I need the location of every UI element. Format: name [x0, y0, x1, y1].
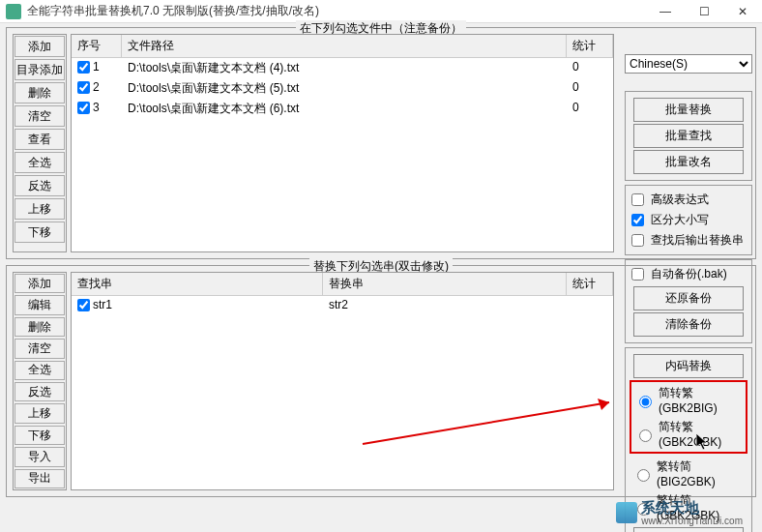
auto-backup-check[interactable]: 自动备份(.bak) — [630, 264, 747, 284]
select-all-strings-button[interactable]: 全选 — [15, 361, 65, 380]
move-down-button[interactable]: 下移 — [15, 222, 65, 243]
option-check-1[interactable]: 区分大小写 — [630, 210, 747, 230]
watermark: 系统天地 www.XiTongTianDi.com — [616, 500, 743, 527]
app-icon — [6, 4, 21, 19]
col-replace[interactable]: 替换串 — [323, 273, 567, 295]
option-check-2[interactable]: 查找后输出替换串 — [630, 230, 747, 251]
invert-button[interactable]: 反选 — [15, 175, 65, 196]
move-down-string-button[interactable]: 下移 — [15, 426, 65, 445]
strings-table: 查找串 替换串 统计 str1str2 — [71, 272, 614, 490]
file-path: D:\tools\桌面\新建文本文档 (4).txt — [122, 58, 567, 78]
restore-backup-button[interactable]: 还原备份 — [633, 286, 744, 310]
right-panel: Chinese(S) 批量替换 批量查找 批量改名 高级表达式区分大小写查找后输… — [625, 54, 752, 532]
option-check-0[interactable]: 高级表达式 — [630, 190, 747, 210]
col-stat[interactable]: 统计 — [567, 35, 613, 57]
encoding-radio[interactable]: 简转繁(GBK2GBK) — [632, 417, 745, 451]
edit-string-button[interactable]: 编辑 — [15, 295, 65, 314]
replace-value: str2 — [323, 296, 567, 313]
invert-strings-button[interactable]: 反选 — [15, 382, 65, 401]
clear-backup-button[interactable]: 清除备份 — [633, 312, 744, 337]
simplified-to-traditional-group: 简转繁(GBK2BIG)简转繁(GBK2GBK) — [630, 380, 747, 454]
file-stat: 0 — [567, 78, 613, 99]
add-string-button[interactable]: 添加 — [15, 274, 65, 293]
row-checkbox[interactable] — [77, 61, 90, 74]
batch-find-button[interactable]: 批量查找 — [633, 124, 744, 148]
files-table: 序号 文件路径 统计 1D:\tools\桌面\新建文本文档 (4).txt02… — [71, 34, 614, 252]
string-stat — [567, 296, 613, 313]
strings-side-buttons: 添加 编辑 删除 清空 全选 反选 上移 下移 导入 导出 — [13, 272, 67, 490]
watermark-icon — [616, 502, 637, 523]
table-row[interactable]: 2D:\tools\桌面\新建文本文档 (5).txt0 — [72, 78, 613, 99]
clear-strings-button[interactable]: 清空 — [15, 339, 65, 358]
watermark-name: 系统天地 — [641, 500, 743, 517]
row-checkbox[interactable] — [77, 299, 90, 311]
files-side-buttons: 添加 目录添加 删除 清空 查看 全选 反选 上移 下移 — [13, 34, 67, 252]
table-row[interactable]: 1D:\tools\桌面\新建文本文档 (4).txt0 — [72, 58, 613, 78]
close-button[interactable]: ✕ — [723, 0, 762, 23]
file-path: D:\tools\桌面\新建文本文档 (6).txt — [122, 99, 567, 119]
col-find[interactable]: 查找串 — [72, 273, 323, 295]
add-button[interactable]: 添加 — [15, 36, 65, 57]
table-row[interactable]: str1str2 — [72, 296, 613, 313]
col-path[interactable]: 文件路径 — [122, 35, 567, 57]
code-convert-button[interactable]: 内码替换 — [633, 354, 744, 378]
select-all-button[interactable]: 全选 — [15, 152, 65, 173]
table-row[interactable]: 3D:\tools\桌面\新建文本文档 (6).txt0 — [72, 99, 613, 119]
clear-button[interactable]: 清空 — [15, 105, 65, 127]
col-stat2[interactable]: 统计 — [567, 273, 613, 295]
row-checkbox[interactable] — [77, 102, 90, 114]
add-dir-button[interactable]: 目录添加 — [15, 59, 65, 80]
move-up-string-button[interactable]: 上移 — [15, 403, 65, 423]
batch-rename-button[interactable]: 批量改名 — [633, 150, 744, 174]
encoding-radio[interactable]: 繁转简(BIG2GBK) — [630, 457, 747, 490]
file-path: D:\tools\桌面\新建文本文档 (5).txt — [122, 78, 567, 99]
import-button[interactable]: 导入 — [15, 447, 65, 466]
delete-string-button[interactable]: 删除 — [15, 317, 65, 337]
export-button[interactable]: 导出 — [15, 469, 65, 488]
batch-replace-button[interactable]: 批量替换 — [633, 98, 744, 122]
encoding-radio[interactable]: 简转繁(GBK2BIG) — [632, 383, 745, 417]
window-title: 全能字符串批量替换机7.0 无限制版(替换/查找/抽取/改名) — [27, 3, 646, 19]
col-seq[interactable]: 序号 — [72, 35, 122, 57]
file-stat: 0 — [567, 58, 613, 78]
encoding-select[interactable]: Chinese(S) — [625, 54, 752, 74]
maximize-button[interactable]: ☐ — [685, 0, 723, 23]
view-button[interactable]: 查看 — [15, 129, 65, 150]
watermark-url: www.XiTongTianDi.com — [641, 516, 743, 526]
file-stat: 0 — [567, 99, 613, 119]
minimize-button[interactable]: — — [646, 0, 685, 23]
row-checkbox[interactable] — [77, 81, 90, 94]
delete-button[interactable]: 删除 — [15, 82, 65, 103]
move-up-button[interactable]: 上移 — [15, 198, 65, 220]
exit-button[interactable]: 退出 — [633, 527, 744, 532]
